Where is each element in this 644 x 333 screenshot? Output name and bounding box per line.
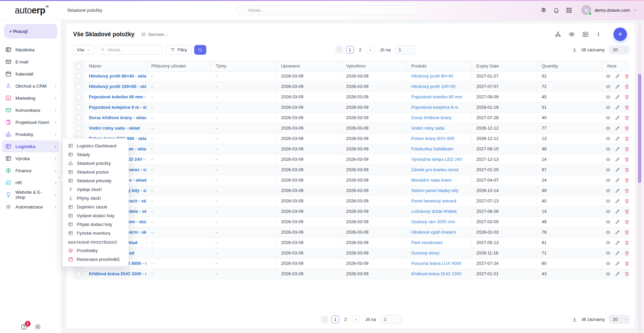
sidebar-item-e-mail[interactable]: E-mail › (0, 56, 61, 68)
page-button-1[interactable]: 1 (331, 316, 339, 323)
view-icon[interactable] (605, 240, 611, 245)
notifications-icon[interactable] (553, 7, 559, 13)
edit-icon[interactable] (615, 271, 620, 277)
item-name-link[interactable]: Hliníkový profil 80×40 - sklad (89, 74, 147, 79)
edit-icon[interactable] (615, 126, 620, 131)
submenu-item-logistics-dashboard[interactable]: Logistics Dashboard (63, 141, 128, 150)
edit-icon[interactable] (615, 74, 620, 79)
visibility-icon[interactable] (569, 31, 575, 38)
prev-page-button[interactable]: ‹ (321, 316, 328, 323)
submenu-item-vydane-dodaci-listy[interactable]: Vydané dodací listy (63, 211, 128, 220)
hierarchy-view-icon[interactable] (555, 31, 561, 38)
edit-icon[interactable] (615, 167, 620, 173)
product-link[interactable]: Křídlová brána DUO 3200 (411, 271, 462, 276)
delete-icon[interactable] (624, 261, 630, 266)
sidebar-item-kalendar[interactable]: Kalendář › (0, 68, 61, 80)
product-link[interactable]: Sekční panel hladký bílý (411, 188, 458, 193)
delete-icon[interactable] (624, 240, 630, 245)
item-name-link[interactable]: Doraz křídlové brány - sklad (89, 115, 147, 120)
sidebar-item-website-e-shop[interactable]: Website & E-shop › (0, 189, 61, 201)
view-icon[interactable] (605, 219, 611, 225)
item-name-link[interactable]: Křídlová brána DUO 3200 - sklad (89, 271, 147, 276)
delete-icon[interactable] (624, 105, 630, 110)
edit-icon[interactable] (615, 94, 620, 100)
product-link[interactable]: Fotobuňka SafeBeam (411, 146, 453, 151)
view-icon[interactable] (605, 157, 611, 162)
sidebar-item-marketing[interactable]: Marketing › (0, 92, 61, 104)
product-link[interactable]: Pojezdová kolejnice 6 m (411, 105, 458, 110)
add-record-button[interactable]: + (613, 28, 627, 41)
sidebar-item-vyroba[interactable]: Výroba › (0, 152, 61, 164)
scope-select[interactable]: Vše (73, 45, 94, 55)
edit-icon[interactable] (615, 219, 620, 225)
page-size-select[interactable]: 20 (609, 315, 630, 324)
user-menu[interactable]: D demo.draivix.com (581, 5, 637, 15)
view-icon[interactable] (605, 74, 611, 79)
table-search-input[interactable] (97, 45, 163, 55)
item-name-link[interactable]: Vodicí rolny sada - sklad (89, 126, 140, 131)
next-page-button[interactable]: › (352, 316, 360, 323)
global-search-input[interactable] (248, 8, 414, 13)
item-name-link[interactable]: Pojezdové kolečko 80 mm - sklad (89, 94, 147, 99)
view-icon[interactable] (605, 94, 611, 100)
submenu-item-sklady[interactable]: Sklady (63, 150, 128, 159)
view-icon[interactable] (605, 178, 611, 183)
submenu-item-doplneni-zasob[interactable]: Doplnění zásob (63, 202, 128, 211)
delete-icon[interactable] (624, 146, 630, 152)
delete-icon[interactable] (624, 198, 630, 204)
apps-grid-icon[interactable] (566, 7, 572, 13)
product-link[interactable]: Pant navařovací (411, 240, 443, 245)
download-icon[interactable] (572, 47, 577, 52)
sidebar-item-produkty[interactable]: Produkty › (0, 128, 61, 140)
page-button-2[interactable]: 2 (357, 47, 364, 52)
submenu-item-prijate-dodaci-listy[interactable]: Přijaté dodací listy (63, 220, 128, 229)
view-icon[interactable] (605, 250, 611, 256)
product-link[interactable]: Montážní sada kotev (411, 178, 451, 183)
page-button-1[interactable]: 1 (346, 46, 354, 54)
edit-icon[interactable] (615, 136, 620, 141)
view-icon[interactable] (605, 230, 611, 235)
sidebar-item-finance[interactable]: Finance › (0, 164, 61, 177)
sidebar-item-logistika[interactable]: Logistika › (2, 140, 59, 152)
edit-icon[interactable] (615, 230, 620, 235)
view-icon[interactable] (605, 115, 611, 121)
submenu-item-skladove-pozice[interactable]: Skladové pozice (63, 168, 128, 176)
edit-icon[interactable] (615, 157, 620, 162)
columns-settings-icon[interactable] (582, 31, 589, 38)
view-icon[interactable] (605, 136, 611, 141)
download-icon[interactable] (572, 317, 577, 322)
edit-icon[interactable] (615, 261, 620, 266)
page-button-2[interactable]: 2 (342, 317, 349, 322)
view-icon[interactable] (605, 84, 611, 89)
delete-icon[interactable] (624, 94, 630, 100)
row-checkbox[interactable] (76, 115, 81, 120)
delete-icon[interactable] (624, 250, 630, 256)
goto-page-input[interactable] (395, 45, 416, 54)
product-link[interactable]: Hliníková výplň lineární (411, 230, 456, 235)
product-link[interactable]: Hliníkový profil 100×50 (411, 84, 455, 89)
product-link[interactable]: Ložiskový držák hřídele (411, 209, 457, 214)
settings-gear-icon[interactable] (34, 323, 41, 330)
goto-page-input[interactable] (380, 315, 402, 324)
submenu-item-rezervace-prostredku[interactable]: Rezervace prostředků (63, 255, 128, 264)
delete-icon[interactable] (624, 157, 630, 162)
sidebar-item-komunikace[interactable]: Komunikace › (0, 104, 61, 116)
view-icon[interactable] (605, 146, 611, 152)
delete-icon[interactable] (624, 230, 630, 235)
sidebar-item-hr[interactable]: HR › (0, 177, 61, 189)
delete-icon[interactable] (624, 271, 630, 277)
row-checkbox[interactable] (76, 105, 81, 110)
delete-icon[interactable] (624, 219, 630, 225)
product-link[interactable]: Gumový doraz (411, 250, 440, 255)
submenu-item-prijmy-zbozi[interactable]: Příjmy zboží (63, 194, 128, 202)
delete-icon[interactable] (624, 84, 630, 89)
edit-icon[interactable] (615, 115, 620, 121)
select-all-checkbox[interactable] (76, 64, 81, 68)
item-name-link[interactable]: Pojezdová kolejnice 6 m - sklad (89, 105, 147, 110)
more-options-icon[interactable] (596, 31, 601, 38)
row-checkbox[interactable] (76, 272, 81, 276)
product-link[interactable]: Ocelový rám 3000 mm (411, 219, 455, 224)
view-icon[interactable] (605, 271, 611, 277)
delete-icon[interactable] (624, 167, 630, 173)
view-icon[interactable] (605, 167, 611, 173)
